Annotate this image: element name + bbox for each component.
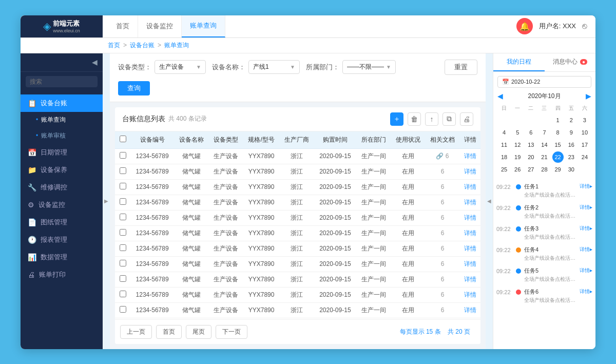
sidebar-item-chart-management[interactable]: 📄 图纸管理 xyxy=(21,214,103,231)
query-button[interactable]: 查询 xyxy=(118,81,150,95)
sidebar-item-bill-print[interactable]: 🖨 账单打印 xyxy=(21,266,103,283)
cal-day[interactable]: 22 xyxy=(552,151,564,163)
cal-day[interactable]: 7 xyxy=(538,127,550,138)
cal-day[interactable]: 15 xyxy=(552,139,564,150)
row-checkbox-2[interactable] xyxy=(120,183,126,189)
sidebar-subitem-bill-query[interactable]: 账单查询 xyxy=(21,112,103,128)
tab-device-monitor[interactable]: 设备监控 xyxy=(138,15,182,37)
cell-detail[interactable]: 详情 xyxy=(460,210,480,225)
reset-button[interactable]: 重置 xyxy=(445,60,477,75)
sidebar-item-device-maintain[interactable]: 📁 设备保养 xyxy=(21,161,103,179)
copy-button[interactable]: ⧉ xyxy=(442,112,456,126)
cal-day[interactable]: 29 xyxy=(552,164,564,175)
row-checkbox-8[interactable] xyxy=(120,275,126,282)
cal-day[interactable]: 11 xyxy=(498,139,510,150)
task-more-5[interactable]: 详情▸ xyxy=(580,288,592,295)
row-checkbox-10[interactable] xyxy=(120,306,126,313)
row-checkbox-4[interactable] xyxy=(120,214,126,220)
sidebar-item-device-ledger[interactable]: 📋 设备台账 xyxy=(21,94,103,112)
left-panel-collapse[interactable]: ▶ xyxy=(103,53,110,349)
row-checkbox-7[interactable] xyxy=(120,260,126,266)
cell-detail[interactable]: 详情 xyxy=(460,195,480,210)
cell-detail[interactable]: 详情 xyxy=(460,272,480,287)
cell-detail[interactable]: 详情 xyxy=(460,179,480,195)
breadcrumb-home[interactable]: 首页 xyxy=(108,41,120,50)
cal-day[interactable]: 28 xyxy=(538,164,550,175)
device-name-select[interactable]: 产线1 ▼ xyxy=(248,60,300,74)
task-more-1[interactable]: 详情▸ xyxy=(580,204,592,211)
cell-detail[interactable]: 详情 xyxy=(460,302,480,318)
cal-day[interactable]: 17 xyxy=(579,139,590,150)
cal-day[interactable]: 24 xyxy=(579,151,590,163)
cal-day[interactable]: 16 xyxy=(566,139,577,150)
sidebar-item-repair-dispatch[interactable]: 🔧 维修调控 xyxy=(21,179,103,196)
sidebar-item-device-monitor[interactable]: ⚙ 设备监控 xyxy=(21,196,103,214)
sidebar-item-day-management[interactable]: 📅 日期管理 xyxy=(21,144,103,161)
cal-day[interactable]: 2 xyxy=(566,114,577,126)
tab-home[interactable]: 首页 xyxy=(108,15,138,37)
cell-detail[interactable]: 详情 xyxy=(460,225,480,241)
cell-detail[interactable]: 详情 xyxy=(460,256,480,272)
row-checkbox-3[interactable] xyxy=(120,198,126,205)
cell-detail[interactable]: 详情 xyxy=(460,164,480,179)
last-page-button[interactable]: 尾页 xyxy=(186,325,211,339)
row-checkbox-0[interactable] xyxy=(120,152,126,159)
calendar-date-input[interactable]: 📅 2020-10-22 xyxy=(497,76,591,88)
prev-page-button[interactable]: 上一页 xyxy=(120,325,152,339)
row-checkbox-9[interactable] xyxy=(120,291,126,297)
sidebar-collapse-button[interactable]: ◀ xyxy=(21,53,103,72)
row-checkbox-6[interactable] xyxy=(120,244,126,251)
breadcrumb-device-ledger[interactable]: 设备台账 xyxy=(130,41,155,50)
select-all-checkbox[interactable] xyxy=(120,136,126,142)
task-more-3[interactable]: 详情▸ xyxy=(580,246,592,253)
tab-schedule[interactable]: 我的日程 xyxy=(493,53,545,71)
cal-day[interactable]: 27 xyxy=(525,164,536,175)
sidebar-item-data-management[interactable]: 📊 数据管理 xyxy=(21,248,103,266)
cal-day[interactable]: 3 xyxy=(579,114,590,126)
cal-day[interactable]: 14 xyxy=(538,139,550,150)
cal-day[interactable]: 4 xyxy=(498,127,510,138)
cal-prev-month[interactable]: ◀ xyxy=(497,92,503,100)
cal-day[interactable]: 23 xyxy=(566,151,577,163)
device-type-select[interactable]: 生产设备 ▼ xyxy=(155,60,206,74)
row-checkbox-1[interactable] xyxy=(120,167,126,174)
sidebar-search-input[interactable] xyxy=(26,76,98,87)
logout-icon[interactable]: ⎋ xyxy=(582,22,587,31)
cal-day[interactable]: 13 xyxy=(525,139,536,150)
sidebar-item-report-management[interactable]: 🕐 报表管理 xyxy=(21,231,103,248)
add-button[interactable]: ＋ xyxy=(390,112,403,126)
cell-detail[interactable]: 详情 xyxy=(460,148,480,164)
task-more-2[interactable]: 详情▸ xyxy=(580,225,592,232)
cal-day[interactable]: 19 xyxy=(512,151,523,163)
cal-day[interactable]: 9 xyxy=(566,127,577,138)
first-page-button[interactable]: 首页 xyxy=(156,325,182,339)
notification-button[interactable]: 🔔 xyxy=(516,18,533,34)
cal-day[interactable]: 8 xyxy=(552,127,564,138)
cal-day[interactable]: 10 xyxy=(579,127,590,138)
cal-day[interactable]: 26 xyxy=(512,164,523,175)
department-select[interactable]: ——不限—— ▼ xyxy=(342,60,396,74)
print-button[interactable]: 🖨 xyxy=(460,112,473,126)
cal-day[interactable]: 5 xyxy=(512,127,523,138)
cal-day[interactable]: 12 xyxy=(512,139,523,150)
cal-next-month[interactable]: ▶ xyxy=(586,92,591,100)
cal-day[interactable]: 1 xyxy=(552,114,564,126)
cal-day[interactable]: 20 xyxy=(525,151,536,163)
cal-day[interactable]: 21 xyxy=(538,151,550,163)
cal-day[interactable]: 18 xyxy=(498,151,510,163)
task-more-0[interactable]: 详情▸ xyxy=(580,183,592,190)
cal-day[interactable]: 6 xyxy=(525,127,536,138)
next-page-button[interactable]: 下一页 xyxy=(216,325,247,339)
export-button[interactable]: ↑ xyxy=(425,112,438,126)
tab-bill-query[interactable]: 账单查询 xyxy=(182,15,225,37)
cal-day[interactable]: 25 xyxy=(498,164,510,175)
cell-detail[interactable]: 详情 xyxy=(460,287,480,302)
delete-button[interactable]: 🗑 xyxy=(408,112,421,126)
task-more-4[interactable]: 详情▸ xyxy=(580,267,592,274)
sidebar-subitem-bill-review[interactable]: 账单审核 xyxy=(21,128,103,144)
row-checkbox-5[interactable] xyxy=(120,229,126,236)
cal-day[interactable]: 30 xyxy=(566,164,577,175)
right-panel-collapse[interactable]: ◀ xyxy=(486,53,493,349)
tab-messages[interactable]: 消息中心 ● xyxy=(545,53,596,71)
cell-detail[interactable]: 详情 xyxy=(460,241,480,256)
